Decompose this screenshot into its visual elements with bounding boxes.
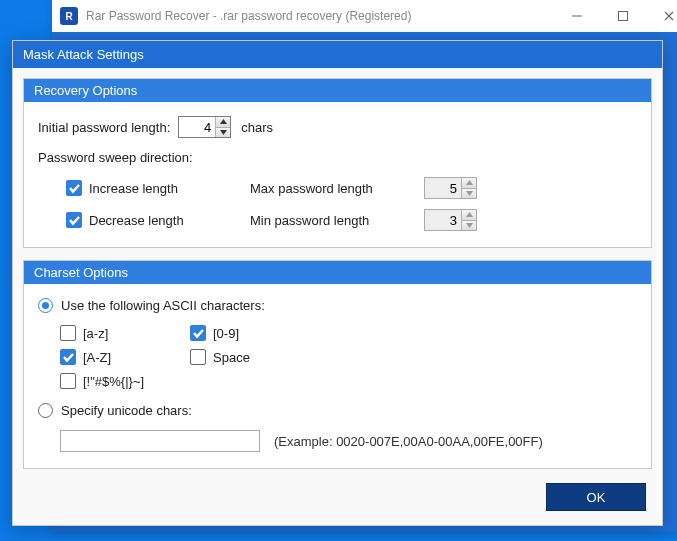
max-length-input[interactable] [425,178,461,198]
charset-space-label: Space [213,350,250,365]
close-icon [664,11,674,21]
check-icon [190,325,206,341]
dialog-title: Mask Attack Settings [13,41,662,68]
initial-length-label: Initial password length: [38,120,170,135]
decrease-length-checkbox[interactable]: Decrease length [66,212,226,228]
initial-length-down[interactable] [216,127,230,138]
mask-attack-dialog: Mask Attack Settings Recovery Options In… [12,40,663,526]
unicode-radio[interactable]: Specify unicode chars: [38,403,192,418]
chars-suffix: chars [241,120,273,135]
charset-az-label: [a-z] [83,326,108,341]
window-title: Rar Password Recover - .rar password rec… [86,9,554,23]
max-length-label: Max password length [250,181,400,196]
max-length-spinner[interactable] [424,177,477,199]
charset-09-checkbox[interactable]: [0-9] [190,325,320,341]
check-icon [60,349,76,365]
svg-rect-0 [572,16,582,17]
maximize-icon [618,11,628,21]
charset-09-label: [0-9] [213,326,239,341]
max-length-down[interactable] [462,188,476,199]
min-length-down[interactable] [462,220,476,231]
maximize-button[interactable] [600,0,646,32]
svg-rect-1 [619,12,628,21]
app-icon: R [60,7,78,25]
increase-length-label: Increase length [89,181,178,196]
check-icon [60,373,76,389]
check-icon [60,325,76,341]
recovery-group-title: Recovery Options [24,79,651,102]
check-icon [66,212,82,228]
close-button[interactable] [646,0,677,32]
unicode-example: (Example: 0020-007E,00A0-00AA,00FE,00FF) [274,434,543,449]
charset-group-title: Charset Options [24,261,651,284]
dialog-body: Recovery Options Initial password length… [13,68,662,525]
unicode-radio-label: Specify unicode chars: [61,403,192,418]
check-icon [190,349,206,365]
minimize-button[interactable] [554,0,600,32]
minimize-icon [572,11,582,21]
charset-az-checkbox[interactable]: [a-z] [60,325,190,341]
initial-length-input[interactable] [179,117,215,137]
radio-icon [38,403,53,418]
recovery-options-group: Recovery Options Initial password length… [23,78,652,248]
ascii-radio-label: Use the following ASCII characters: [61,298,265,313]
ok-button[interactable]: OK [546,483,646,511]
ascii-radio[interactable]: Use the following ASCII characters: [38,298,265,313]
initial-length-spinner[interactable] [178,116,231,138]
increase-length-checkbox[interactable]: Increase length [66,180,226,196]
min-length-spinner[interactable] [424,209,477,231]
min-length-input[interactable] [425,210,461,230]
charset-symbols-checkbox[interactable]: [!"#$%{|}~] [60,373,190,389]
check-icon [66,180,82,196]
charset-AZ-checkbox[interactable]: [A-Z] [60,349,190,365]
charset-symbols-label: [!"#$%{|}~] [83,374,144,389]
charset-AZ-label: [A-Z] [83,350,111,365]
titlebar: R Rar Password Recover - .rar password r… [52,0,677,32]
max-length-up[interactable] [462,178,476,188]
charset-options-group: Charset Options Use the following ASCII … [23,260,652,469]
min-length-up[interactable] [462,210,476,220]
min-length-label: Min password length [250,213,400,228]
decrease-length-label: Decrease length [89,213,184,228]
charset-space-checkbox[interactable]: Space [190,349,320,365]
radio-icon [38,298,53,313]
sweep-direction-label: Password sweep direction: [38,150,193,165]
initial-length-up[interactable] [216,117,230,127]
unicode-input[interactable] [60,430,260,452]
